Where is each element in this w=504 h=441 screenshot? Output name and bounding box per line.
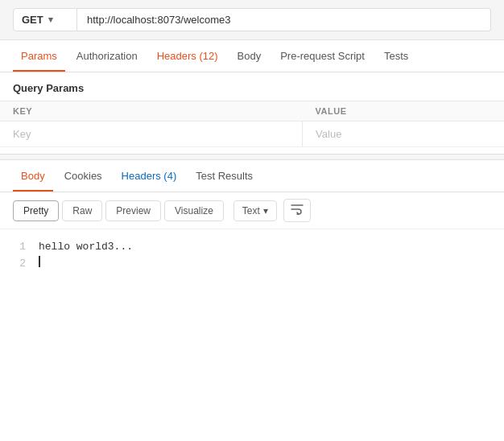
format-bar: Pretty Raw Preview Visualize Text ▾ — [0, 192, 504, 229]
btn-preview[interactable]: Preview — [105, 200, 161, 221]
table-row: Key Value — [0, 122, 504, 147]
tab-test-results[interactable]: Test Results — [188, 160, 261, 192]
response-line-2: 2 — [13, 256, 491, 273]
query-params-header: Query Params — [0, 72, 504, 101]
line-number-1: 1 — [13, 239, 26, 256]
col-header-key: KEY — [0, 101, 303, 122]
url-input[interactable] — [77, 8, 491, 31]
line-number-2: 2 — [13, 256, 26, 273]
query-params-table: KEY VALUE Key Value — [0, 101, 504, 147]
response-body: 1 hello world3... 2 — [0, 229, 504, 282]
tab-cookies[interactable]: Cookies — [56, 160, 110, 192]
btn-raw[interactable]: Raw — [62, 200, 102, 221]
request-tabs: Params Authorization Headers (12) Body P… — [0, 40, 504, 72]
method-selector[interactable]: GET ▾ — [13, 8, 77, 31]
line-content-2 — [39, 256, 40, 267]
url-bar: GET ▾ — [0, 0, 504, 40]
text-format-select[interactable]: Text ▾ — [233, 200, 277, 221]
param-value-cell[interactable]: Value — [303, 122, 504, 147]
btn-pretty[interactable]: Pretty — [13, 200, 59, 221]
col-header-value: VALUE — [303, 101, 504, 122]
chevron-down-icon: ▾ — [48, 14, 53, 25]
wrap-icon — [291, 204, 304, 217]
response-line-1: 1 hello world3... — [13, 239, 491, 256]
tab-authorization[interactable]: Authorization — [68, 40, 146, 72]
tab-params[interactable]: Params — [13, 40, 65, 72]
text-format-label: Text — [242, 205, 260, 216]
chevron-down-icon: ▾ — [263, 205, 268, 216]
line-content-1: hello world3... — [39, 239, 133, 256]
text-cursor — [39, 256, 40, 267]
param-key-cell[interactable]: Key — [0, 122, 303, 147]
tab-prerequest[interactable]: Pre-request Script — [272, 40, 373, 72]
btn-visualize[interactable]: Visualize — [164, 200, 224, 221]
tab-tests[interactable]: Tests — [376, 40, 416, 72]
tab-headers[interactable]: Headers (12) — [149, 40, 226, 72]
wrap-button[interactable] — [283, 199, 311, 222]
tab-body[interactable]: Body — [229, 40, 270, 72]
method-label: GET — [22, 14, 43, 26]
response-tabs: Body Cookies Headers (4) Test Results — [0, 160, 504, 192]
tab-response-headers[interactable]: Headers (4) — [114, 160, 185, 192]
section-divider — [0, 154, 504, 160]
tab-response-body[interactable]: Body — [13, 160, 53, 192]
